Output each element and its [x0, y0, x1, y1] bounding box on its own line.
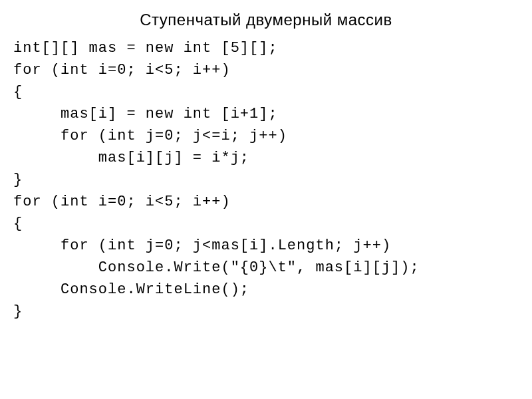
code-line: for (int j=0; j<mas[i].Length; j++) — [13, 235, 519, 257]
code-line: { — [13, 213, 519, 235]
code-line: int[][] mas = new int [5][]; — [13, 37, 519, 59]
code-line: } — [13, 169, 519, 191]
code-line: mas[i] = new int [i+1]; — [13, 103, 519, 125]
code-line: } — [13, 301, 519, 323]
slide-title: Ступенчатый двумерный массив — [13, 8, 519, 32]
code-line: Console.WriteLine(); — [13, 279, 519, 301]
code-line: mas[i][j] = i*j; — [13, 147, 519, 169]
code-line: for (int i=0; i<5; i++) — [13, 191, 519, 213]
code-line: for (int i=0; i<5; i++) — [13, 59, 519, 81]
code-line: for (int j=0; j<=i; j++) — [13, 125, 519, 147]
code-line: Console.Write("{0}\t", mas[i][j]); — [13, 257, 519, 279]
code-line: { — [13, 81, 519, 103]
